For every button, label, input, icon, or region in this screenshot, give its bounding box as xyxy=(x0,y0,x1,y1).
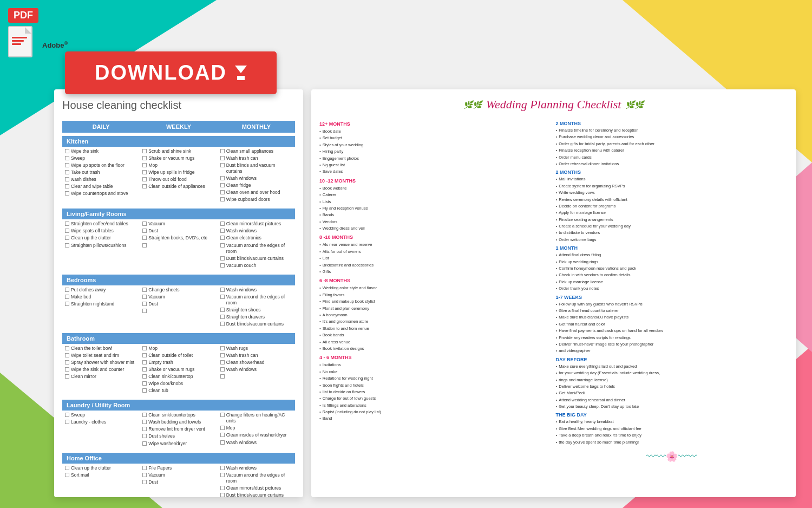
checkbox[interactable] xyxy=(65,163,69,167)
checkbox[interactable] xyxy=(220,353,225,357)
checkbox[interactable] xyxy=(220,346,225,350)
checkbox[interactable] xyxy=(65,302,69,306)
checkbox[interactable] xyxy=(65,360,69,364)
checkbox[interactable] xyxy=(142,413,147,417)
checkbox[interactable] xyxy=(220,176,225,180)
checkbox[interactable] xyxy=(65,243,69,248)
checkbox[interactable] xyxy=(142,381,147,386)
living-monthly: Clean mirrors/dust pictures Wash windows… xyxy=(218,219,295,271)
checkbox[interactable] xyxy=(220,367,225,372)
checkbox[interactable] xyxy=(142,243,147,248)
checkbox[interactable] xyxy=(142,170,147,174)
checkbox[interactable] xyxy=(65,177,69,181)
wedding-item: •Review ceremony details with officiant xyxy=(556,197,788,203)
checkbox[interactable] xyxy=(65,353,69,357)
checkbox[interactable] xyxy=(65,170,69,174)
checkbox[interactable] xyxy=(65,466,69,470)
checkbox[interactable] xyxy=(220,197,225,201)
checkbox[interactable] xyxy=(142,177,147,181)
checkbox[interactable] xyxy=(65,295,69,299)
checkbox[interactable] xyxy=(142,360,147,364)
checkbox[interactable] xyxy=(65,420,69,424)
checkbox[interactable] xyxy=(65,413,69,417)
checkbox[interactable] xyxy=(220,413,225,417)
checkbox[interactable] xyxy=(142,184,147,188)
checkbox[interactable] xyxy=(220,308,225,312)
wedding-item: •Order thank you notes xyxy=(556,286,788,291)
checkbox[interactable] xyxy=(65,374,69,379)
checkbox[interactable] xyxy=(142,236,147,240)
check-item: Straighten pillows/cushions xyxy=(65,243,137,249)
checkbox[interactable] xyxy=(65,346,69,350)
checkbox[interactable] xyxy=(142,434,147,438)
pdf-line-3 xyxy=(12,43,21,45)
checkbox[interactable] xyxy=(142,156,147,160)
checkbox[interactable] xyxy=(142,367,147,372)
bedrooms-daily: Put clothes away Make bed Straighten nig… xyxy=(62,285,140,330)
checkbox[interactable] xyxy=(142,163,147,167)
checkbox[interactable] xyxy=(220,360,225,364)
wedding-item: •Confirm honeymoon reservations and pack xyxy=(556,266,788,271)
checkbox[interactable] xyxy=(220,426,225,430)
checkbox[interactable] xyxy=(142,480,147,484)
checkbox[interactable] xyxy=(220,163,225,167)
checkbox[interactable] xyxy=(65,191,69,196)
checkbox[interactable] xyxy=(65,156,69,160)
checkbox[interactable] xyxy=(220,440,225,445)
checkbox[interactable] xyxy=(220,322,225,326)
checkbox[interactable] xyxy=(142,222,147,226)
checkbox[interactable] xyxy=(65,236,69,240)
checkbox[interactable] xyxy=(220,263,225,268)
checkbox[interactable] xyxy=(142,374,147,379)
checkbox[interactable] xyxy=(220,295,225,299)
checkbox[interactable] xyxy=(142,441,147,446)
checkbox[interactable] xyxy=(142,388,147,393)
checkbox[interactable] xyxy=(220,190,225,194)
checkbox[interactable] xyxy=(142,420,147,424)
checkbox[interactable] xyxy=(220,222,225,226)
checkbox[interactable] xyxy=(142,473,147,477)
checkbox[interactable] xyxy=(65,149,69,153)
check-item: Empty trash xyxy=(142,360,214,366)
checkbox[interactable] xyxy=(220,256,225,260)
checkbox[interactable] xyxy=(220,288,225,292)
check-item: Straighten books, DVD's, etc xyxy=(142,235,214,241)
laundry-weekly: Clean sink/countertops Wash bedding and … xyxy=(140,411,217,449)
checkbox[interactable] xyxy=(65,184,69,188)
download-button[interactable]: DOWNLOAD xyxy=(65,51,277,94)
check-item: Laundry - clothes xyxy=(65,419,137,425)
checkbox[interactable] xyxy=(220,229,225,233)
checkbox[interactable] xyxy=(142,346,147,350)
checkbox[interactable] xyxy=(65,222,69,226)
checkbox[interactable] xyxy=(142,427,147,431)
kitchen-monthly: Clean small appliances Wash trash can Du… xyxy=(218,147,295,205)
checkbox[interactable] xyxy=(220,374,225,379)
checkbox[interactable] xyxy=(142,353,147,357)
checkbox[interactable] xyxy=(65,473,69,477)
checkbox[interactable] xyxy=(142,149,147,153)
checkbox[interactable] xyxy=(142,229,147,233)
checkbox[interactable] xyxy=(220,183,225,187)
checkbox[interactable] xyxy=(220,466,225,470)
checkbox[interactable] xyxy=(142,295,147,299)
checkbox[interactable] xyxy=(65,367,69,372)
checkbox[interactable] xyxy=(220,243,225,248)
checkbox[interactable] xyxy=(142,302,147,306)
checkbox[interactable] xyxy=(220,473,225,477)
check-item: Wash windows xyxy=(220,465,292,471)
checkbox[interactable] xyxy=(65,288,69,292)
check-item: Dust blinds/vacuum curtains xyxy=(220,492,292,497)
checkbox[interactable] xyxy=(220,486,225,490)
checkbox[interactable] xyxy=(65,229,69,233)
checkbox[interactable] xyxy=(142,288,147,292)
checkbox[interactable] xyxy=(220,149,225,153)
checkbox[interactable] xyxy=(220,156,225,160)
check-item: Vacuum around the edges of room xyxy=(220,472,292,484)
checkbox[interactable] xyxy=(220,315,225,319)
checkbox[interactable] xyxy=(220,236,225,240)
checkbox[interactable] xyxy=(220,433,225,437)
checkbox[interactable] xyxy=(220,493,225,497)
checkbox[interactable] xyxy=(142,309,147,313)
checkbox[interactable] xyxy=(142,466,147,470)
office-monthly: Wash windows Vacuum around the edges of … xyxy=(218,464,295,497)
